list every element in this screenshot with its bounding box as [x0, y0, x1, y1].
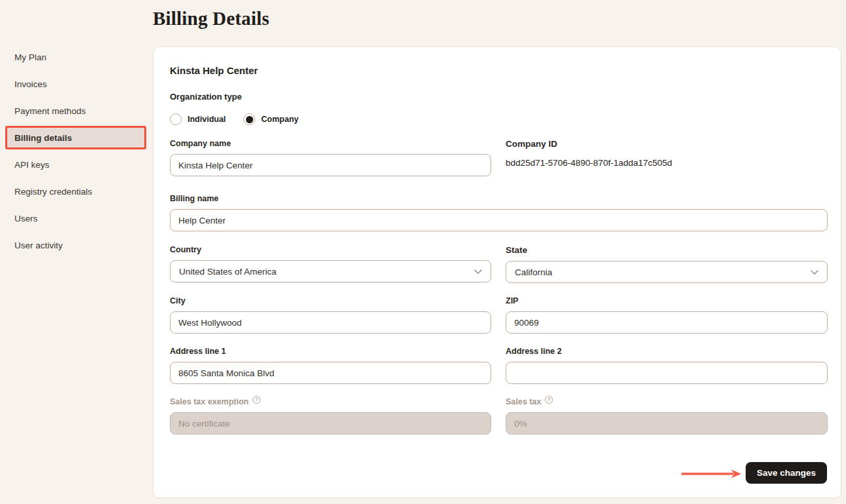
address-line-1-field: Address line 1: [170, 347, 491, 384]
billing-name-input[interactable]: [170, 209, 828, 231]
sales-tax-input: [506, 412, 828, 435]
address-line-2-label: Address line 2: [506, 347, 828, 356]
country-select[interactable]: United States of America: [170, 260, 491, 282]
organization-type-label: Organization type: [170, 92, 242, 102]
address-line-1-input[interactable]: [170, 362, 491, 384]
sidebar-item-api-keys[interactable]: API keys: [5, 153, 146, 176]
country-label: Country: [170, 245, 491, 254]
zip-label: ZIP: [506, 296, 828, 305]
save-changes-button[interactable]: Save changes: [746, 462, 827, 484]
sales-tax-field: Sales tax ?: [506, 397, 828, 435]
city-label: City: [170, 296, 491, 305]
radio-company-label: Company: [261, 115, 298, 124]
sales-tax-exemption-label: Sales tax exemption ?: [170, 397, 491, 406]
company-name-field: Company name: [170, 139, 491, 176]
company-heading: Kinsta Help Center: [170, 65, 258, 76]
billing-name-label: Billing name: [170, 194, 828, 203]
billing-sidebar: My Plan Invoices Payment methods Billing…: [5, 45, 146, 260]
radio-unselected-icon[interactable]: [170, 113, 182, 125]
company-id-field: Company ID bdd25d71-5706-4890-870f-1adda…: [506, 139, 828, 168]
sidebar-item-billing-details[interactable]: Billing details: [5, 126, 146, 149]
city-field: City: [170, 296, 491, 334]
address-line-2-field: Address line 2: [506, 347, 828, 384]
country-field: Country United States of America: [170, 245, 491, 282]
sales-tax-exemption-label-text: Sales tax exemption: [170, 397, 249, 406]
billing-name-field: Billing name: [170, 194, 828, 231]
company-name-label: Company name: [170, 139, 491, 148]
sidebar-item-users[interactable]: Users: [5, 206, 146, 230]
help-icon[interactable]: ?: [545, 396, 553, 404]
zip-input[interactable]: [506, 311, 828, 334]
sidebar-item-invoices[interactable]: Invoices: [5, 72, 146, 96]
sales-tax-label-text: Sales tax: [506, 397, 541, 406]
sales-tax-exemption-field: Sales tax exemption ?: [170, 397, 491, 435]
organization-type-group: Individual Company: [170, 113, 310, 125]
address-line-2-input[interactable]: [506, 362, 828, 384]
chevron-down-icon: [811, 270, 818, 275]
company-name-input[interactable]: [170, 154, 491, 176]
sidebar-item-user-activity[interactable]: User activity: [5, 233, 146, 257]
zip-field: ZIP: [506, 296, 828, 334]
city-input[interactable]: [170, 311, 491, 334]
company-id-label: Company ID: [506, 139, 828, 149]
state-field: State California: [506, 245, 828, 283]
radio-selected-icon[interactable]: [243, 113, 255, 125]
radio-individual-label: Individual: [188, 115, 226, 124]
sidebar-item-payment-methods[interactable]: Payment methods: [5, 99, 146, 123]
billing-details-page: { "page": { "title": "Billing Details" }…: [0, 0, 846, 504]
sidebar-item-registry-credentials[interactable]: Registry credentials: [5, 180, 146, 203]
radio-individual[interactable]: Individual: [170, 113, 226, 125]
company-id-value: bdd25d71-5706-4890-870f-1adda17c505d: [506, 158, 828, 168]
country-selected-value: United States of America: [179, 267, 277, 277]
radio-company[interactable]: Company: [243, 113, 298, 125]
sales-tax-exemption-input: [170, 412, 491, 435]
state-label: State: [506, 245, 828, 255]
state-select[interactable]: California: [506, 261, 828, 283]
sales-tax-label: Sales tax ?: [506, 397, 828, 406]
annotation-arrow-icon: [681, 469, 742, 481]
help-icon[interactable]: ?: [252, 396, 260, 404]
state-selected-value: California: [515, 267, 552, 277]
chevron-down-icon: [474, 269, 482, 274]
sidebar-item-my-plan[interactable]: My Plan: [5, 45, 146, 69]
billing-details-card: Kinsta Help Center Organization type Ind…: [153, 47, 841, 498]
address-line-1-label: Address line 1: [170, 347, 491, 356]
page-title: Billing Details: [153, 8, 270, 29]
radio-dot: [246, 116, 253, 123]
